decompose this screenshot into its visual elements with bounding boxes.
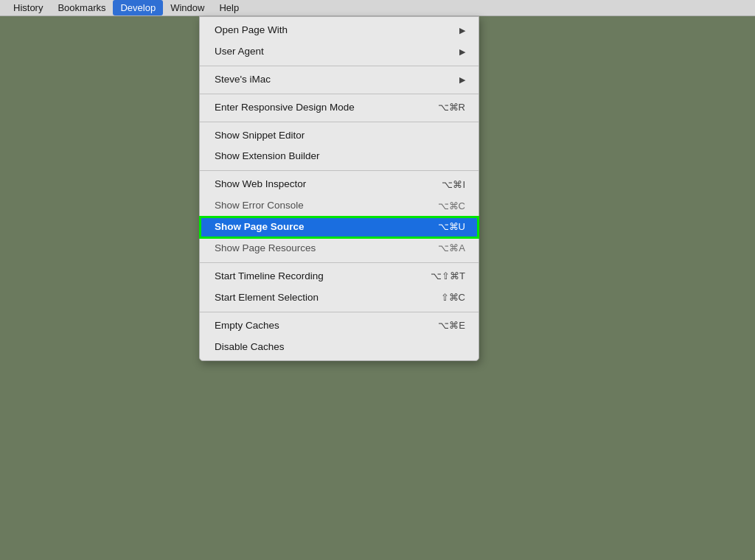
menu-bar: History Bookmarks Develop Window Help: [0, 0, 755, 16]
menu-item-open-page-with[interactable]: Open Page With ▶: [200, 20, 479, 41]
divider-6: [200, 312, 479, 312]
shortcut-page-source: ⌥⌘U: [438, 220, 465, 234]
menu-help[interactable]: Help: [212, 0, 246, 15]
menu-item-page-resources[interactable]: Show Page Resources ⌥⌘A: [200, 238, 479, 259]
divider-3: [200, 122, 479, 122]
shortcut-error-console: ⌥⌘C: [438, 200, 465, 213]
menu-item-timeline-recording[interactable]: Start Timeline Recording ⌥⇧⌘T: [200, 266, 479, 287]
shortcut-responsive: ⌥⌘R: [438, 101, 465, 114]
menu-item-responsive-design[interactable]: Enter Responsive Design Mode ⌥⌘R: [200, 97, 479, 119]
shortcut-page-resources: ⌥⌘A: [438, 242, 465, 255]
shortcut-empty-caches: ⌥⌘E: [438, 319, 465, 332]
submenu-arrow: ▶: [459, 46, 465, 57]
menu-bookmarks[interactable]: Bookmarks: [50, 0, 113, 15]
menu-item-show-page-source[interactable]: Show Page Source ⌥⌘U: [200, 217, 479, 238]
menu-window[interactable]: Window: [163, 0, 212, 15]
shortcut-web-inspector: ⌥⌘I: [442, 178, 465, 192]
menu-item-disable-caches[interactable]: Disable Caches: [200, 337, 479, 358]
submenu-arrow: ▶: [459, 74, 465, 85]
menu-item-snippet-editor[interactable]: Show Snippet Editor: [200, 125, 479, 147]
menu-history[interactable]: History: [6, 0, 50, 15]
menu-item-element-selection[interactable]: Start Element Selection ⇧⌘C: [200, 287, 479, 309]
menu-item-user-agent[interactable]: User Agent ▶: [200, 41, 479, 63]
shortcut-element-selection: ⇧⌘C: [441, 291, 465, 304]
shortcut-timeline: ⌥⇧⌘T: [431, 270, 465, 283]
menu-item-error-console[interactable]: Show Error Console ⌥⌘C: [200, 195, 479, 217]
menu-item-empty-caches[interactable]: Empty Caches ⌥⌘E: [200, 315, 479, 337]
divider-4: [200, 170, 479, 171]
menu-item-steves-imac[interactable]: Steve's iMac ▶: [200, 69, 479, 91]
menu-item-extension-builder[interactable]: Show Extension Builder: [200, 146, 479, 167]
develop-dropdown: Open Page With ▶ User Agent ▶ Steve's iM…: [199, 16, 479, 361]
divider-1: [200, 66, 479, 66]
menu-develop[interactable]: Develop: [113, 0, 163, 15]
divider-2: [200, 94, 479, 94]
submenu-arrow: ▶: [459, 25, 465, 36]
divider-5: [200, 262, 479, 263]
menu-item-web-inspector[interactable]: Show Web Inspector ⌥⌘I: [200, 174, 479, 195]
